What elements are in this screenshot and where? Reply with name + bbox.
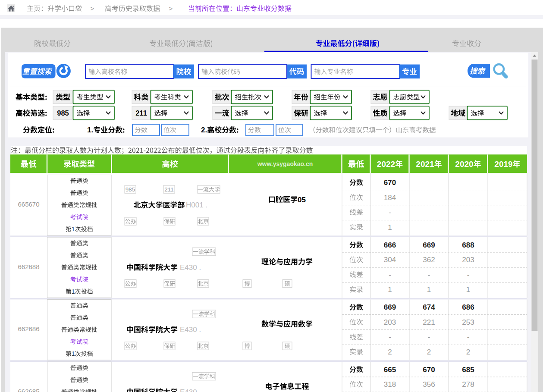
svg-text:05: 05 [298, 196, 306, 204]
svg-text:356: 356 [423, 380, 435, 389]
svg-text:1: 1 [72, 350, 75, 357]
svg-text:-: - [467, 271, 470, 279]
svg-text:211: 211 [164, 186, 174, 193]
svg-text:985: 985 [126, 186, 135, 193]
svg-text:221: 221 [423, 318, 435, 326]
svg-text:1: 1 [72, 226, 75, 232]
svg-text:669: 669 [423, 241, 435, 249]
svg-text:318: 318 [384, 380, 396, 389]
svg-text:685: 685 [462, 366, 474, 374]
svg-text:278: 278 [462, 380, 474, 389]
svg-text:1: 1 [466, 285, 470, 294]
svg-text:985: 985 [57, 109, 69, 117]
svg-text:666: 666 [384, 241, 396, 249]
svg-text:www.ysygaokao.cn: www.ysygaokao.cn [257, 160, 313, 167]
svg-text:-: - [467, 333, 470, 341]
svg-text:662686: 662686 [18, 325, 39, 332]
svg-text:670: 670 [384, 179, 396, 187]
svg-text:2019: 2019 [494, 160, 512, 169]
svg-text:2: 2 [466, 348, 470, 356]
svg-text:203: 203 [462, 256, 474, 264]
svg-text:E430 .: E430 . [180, 263, 201, 272]
svg-text:1: 1 [388, 223, 392, 232]
svg-text:184: 184 [384, 194, 396, 202]
svg-text:2022: 2022 [377, 160, 395, 169]
svg-text:674: 674 [423, 303, 435, 311]
svg-text:688: 688 [462, 241, 474, 249]
svg-text:253: 253 [462, 318, 474, 326]
svg-text:2.: 2. [201, 126, 207, 134]
svg-text:2021: 2021 [416, 160, 434, 169]
svg-text:665: 665 [384, 366, 396, 374]
svg-text:662685: 662685 [18, 388, 39, 392]
svg-text:>: > [169, 5, 173, 12]
svg-text:665670: 665670 [18, 201, 39, 208]
svg-text:1.: 1. [87, 126, 93, 134]
svg-text:1: 1 [388, 285, 392, 294]
svg-text:2020: 2020 [455, 160, 473, 169]
svg-text:-: - [389, 208, 391, 216]
svg-text:E430 .: E430 . [180, 326, 201, 334]
svg-text:-: - [389, 271, 391, 279]
svg-text:1: 1 [427, 285, 431, 294]
svg-text:>: > [91, 5, 94, 12]
svg-text:686: 686 [462, 303, 474, 311]
svg-text:304: 304 [384, 256, 396, 264]
svg-text:-: - [389, 333, 391, 341]
svg-text:2: 2 [388, 348, 392, 356]
svg-text:662688: 662688 [18, 263, 39, 270]
svg-text:E430 .: E430 . [180, 388, 201, 392]
svg-text:-: - [428, 271, 430, 279]
svg-text:669: 669 [384, 303, 396, 311]
svg-text:H001 .: H001 . [186, 201, 207, 209]
svg-text:211: 211 [135, 109, 147, 117]
svg-text:1: 1 [72, 288, 75, 295]
svg-text:2: 2 [427, 348, 431, 356]
svg-text:203: 203 [384, 318, 396, 326]
svg-text:-: - [428, 333, 430, 341]
svg-text:362: 362 [423, 256, 435, 264]
svg-text:670: 670 [423, 366, 435, 374]
